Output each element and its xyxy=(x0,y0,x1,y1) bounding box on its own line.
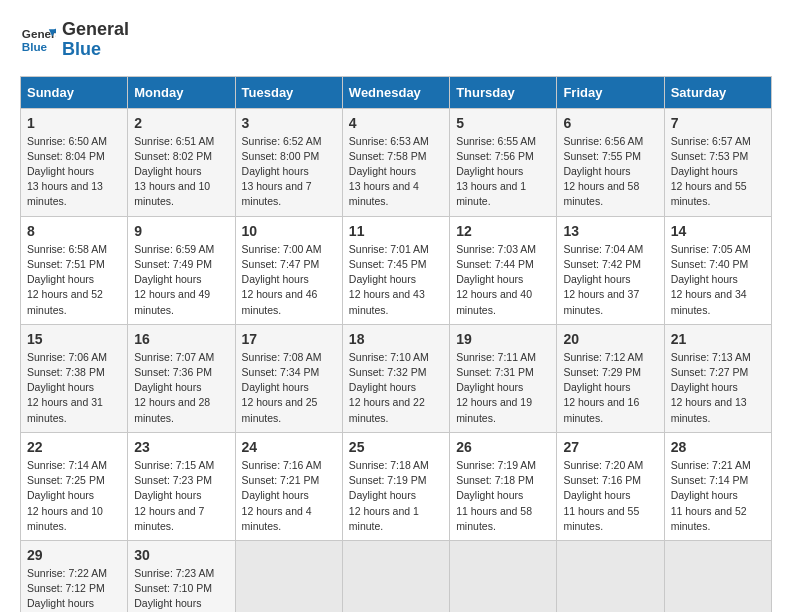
day-number: 12 xyxy=(456,223,550,239)
table-row: 11 Sunrise: 7:01 AM Sunset: 7:45 PM Dayl… xyxy=(342,216,449,324)
table-row xyxy=(557,540,664,612)
day-number: 8 xyxy=(27,223,121,239)
cell-content: Sunrise: 7:07 AM Sunset: 7:36 PM Dayligh… xyxy=(134,350,228,426)
day-number: 10 xyxy=(242,223,336,239)
day-number: 17 xyxy=(242,331,336,347)
cell-content: Sunrise: 7:08 AM Sunset: 7:34 PM Dayligh… xyxy=(242,350,336,426)
cell-content: Sunrise: 7:12 AM Sunset: 7:29 PM Dayligh… xyxy=(563,350,657,426)
day-number: 25 xyxy=(349,439,443,455)
table-row: 30 Sunrise: 7:23 AM Sunset: 7:10 PM Dayl… xyxy=(128,540,235,612)
day-number: 29 xyxy=(27,547,121,563)
day-number: 13 xyxy=(563,223,657,239)
cell-content: Sunrise: 6:58 AM Sunset: 7:51 PM Dayligh… xyxy=(27,242,121,318)
cell-content: Sunrise: 7:13 AM Sunset: 7:27 PM Dayligh… xyxy=(671,350,765,426)
day-number: 11 xyxy=(349,223,443,239)
table-row: 4 Sunrise: 6:53 AM Sunset: 7:58 PM Dayli… xyxy=(342,108,449,216)
table-row: 16 Sunrise: 7:07 AM Sunset: 7:36 PM Dayl… xyxy=(128,324,235,432)
logo: General Blue General Blue xyxy=(20,20,129,60)
table-row: 8 Sunrise: 6:58 AM Sunset: 7:51 PM Dayli… xyxy=(21,216,128,324)
cell-content: Sunrise: 7:21 AM Sunset: 7:14 PM Dayligh… xyxy=(671,458,765,534)
table-row: 5 Sunrise: 6:55 AM Sunset: 7:56 PM Dayli… xyxy=(450,108,557,216)
day-number: 14 xyxy=(671,223,765,239)
col-header-wednesday: Wednesday xyxy=(342,76,449,108)
table-row: 25 Sunrise: 7:18 AM Sunset: 7:19 PM Dayl… xyxy=(342,432,449,540)
day-number: 9 xyxy=(134,223,228,239)
table-row: 12 Sunrise: 7:03 AM Sunset: 7:44 PM Dayl… xyxy=(450,216,557,324)
cell-content: Sunrise: 7:19 AM Sunset: 7:18 PM Dayligh… xyxy=(456,458,550,534)
table-row: 20 Sunrise: 7:12 AM Sunset: 7:29 PM Dayl… xyxy=(557,324,664,432)
cell-content: Sunrise: 7:00 AM Sunset: 7:47 PM Dayligh… xyxy=(242,242,336,318)
table-row: 13 Sunrise: 7:04 AM Sunset: 7:42 PM Dayl… xyxy=(557,216,664,324)
day-number: 16 xyxy=(134,331,228,347)
day-number: 24 xyxy=(242,439,336,455)
col-header-friday: Friday xyxy=(557,76,664,108)
day-number: 23 xyxy=(134,439,228,455)
cell-content: Sunrise: 7:10 AM Sunset: 7:32 PM Dayligh… xyxy=(349,350,443,426)
cell-content: Sunrise: 7:14 AM Sunset: 7:25 PM Dayligh… xyxy=(27,458,121,534)
table-row xyxy=(235,540,342,612)
day-number: 28 xyxy=(671,439,765,455)
table-row xyxy=(450,540,557,612)
logo-text-blue: Blue xyxy=(62,40,129,60)
table-row xyxy=(342,540,449,612)
table-row: 9 Sunrise: 6:59 AM Sunset: 7:49 PM Dayli… xyxy=(128,216,235,324)
cell-content: Sunrise: 7:03 AM Sunset: 7:44 PM Dayligh… xyxy=(456,242,550,318)
table-row: 22 Sunrise: 7:14 AM Sunset: 7:25 PM Dayl… xyxy=(21,432,128,540)
table-row: 1 Sunrise: 6:50 AM Sunset: 8:04 PM Dayli… xyxy=(21,108,128,216)
logo-icon: General Blue xyxy=(20,22,56,58)
cell-content: Sunrise: 6:52 AM Sunset: 8:00 PM Dayligh… xyxy=(242,134,336,210)
table-row: 29 Sunrise: 7:22 AM Sunset: 7:12 PM Dayl… xyxy=(21,540,128,612)
table-row: 18 Sunrise: 7:10 AM Sunset: 7:32 PM Dayl… xyxy=(342,324,449,432)
day-number: 27 xyxy=(563,439,657,455)
table-row: 17 Sunrise: 7:08 AM Sunset: 7:34 PM Dayl… xyxy=(235,324,342,432)
col-header-sunday: Sunday xyxy=(21,76,128,108)
table-row: 19 Sunrise: 7:11 AM Sunset: 7:31 PM Dayl… xyxy=(450,324,557,432)
calendar-table: SundayMondayTuesdayWednesdayThursdayFrid… xyxy=(20,76,772,612)
cell-content: Sunrise: 6:59 AM Sunset: 7:49 PM Dayligh… xyxy=(134,242,228,318)
cell-content: Sunrise: 7:06 AM Sunset: 7:38 PM Dayligh… xyxy=(27,350,121,426)
table-row: 23 Sunrise: 7:15 AM Sunset: 7:23 PM Dayl… xyxy=(128,432,235,540)
col-header-thursday: Thursday xyxy=(450,76,557,108)
cell-content: Sunrise: 7:22 AM Sunset: 7:12 PM Dayligh… xyxy=(27,566,121,612)
day-number: 18 xyxy=(349,331,443,347)
table-row: 15 Sunrise: 7:06 AM Sunset: 7:38 PM Dayl… xyxy=(21,324,128,432)
day-number: 1 xyxy=(27,115,121,131)
day-number: 15 xyxy=(27,331,121,347)
col-header-tuesday: Tuesday xyxy=(235,76,342,108)
cell-content: Sunrise: 7:11 AM Sunset: 7:31 PM Dayligh… xyxy=(456,350,550,426)
table-row xyxy=(664,540,771,612)
cell-content: Sunrise: 7:18 AM Sunset: 7:19 PM Dayligh… xyxy=(349,458,443,534)
cell-content: Sunrise: 6:57 AM Sunset: 7:53 PM Dayligh… xyxy=(671,134,765,210)
day-number: 30 xyxy=(134,547,228,563)
day-number: 22 xyxy=(27,439,121,455)
col-header-monday: Monday xyxy=(128,76,235,108)
table-row: 7 Sunrise: 6:57 AM Sunset: 7:53 PM Dayli… xyxy=(664,108,771,216)
table-row: 14 Sunrise: 7:05 AM Sunset: 7:40 PM Dayl… xyxy=(664,216,771,324)
cell-content: Sunrise: 6:51 AM Sunset: 8:02 PM Dayligh… xyxy=(134,134,228,210)
table-row: 6 Sunrise: 6:56 AM Sunset: 7:55 PM Dayli… xyxy=(557,108,664,216)
day-number: 21 xyxy=(671,331,765,347)
day-number: 7 xyxy=(671,115,765,131)
cell-content: Sunrise: 6:55 AM Sunset: 7:56 PM Dayligh… xyxy=(456,134,550,210)
day-number: 26 xyxy=(456,439,550,455)
table-row: 21 Sunrise: 7:13 AM Sunset: 7:27 PM Dayl… xyxy=(664,324,771,432)
col-header-saturday: Saturday xyxy=(664,76,771,108)
table-row: 27 Sunrise: 7:20 AM Sunset: 7:16 PM Dayl… xyxy=(557,432,664,540)
day-number: 4 xyxy=(349,115,443,131)
logo-text-general: General xyxy=(62,20,129,40)
cell-content: Sunrise: 7:20 AM Sunset: 7:16 PM Dayligh… xyxy=(563,458,657,534)
cell-content: Sunrise: 7:01 AM Sunset: 7:45 PM Dayligh… xyxy=(349,242,443,318)
cell-content: Sunrise: 6:53 AM Sunset: 7:58 PM Dayligh… xyxy=(349,134,443,210)
cell-content: Sunrise: 6:50 AM Sunset: 8:04 PM Dayligh… xyxy=(27,134,121,210)
table-row: 10 Sunrise: 7:00 AM Sunset: 7:47 PM Dayl… xyxy=(235,216,342,324)
table-row: 24 Sunrise: 7:16 AM Sunset: 7:21 PM Dayl… xyxy=(235,432,342,540)
day-number: 2 xyxy=(134,115,228,131)
table-row: 28 Sunrise: 7:21 AM Sunset: 7:14 PM Dayl… xyxy=(664,432,771,540)
cell-content: Sunrise: 7:23 AM Sunset: 7:10 PM Dayligh… xyxy=(134,566,228,612)
day-number: 5 xyxy=(456,115,550,131)
cell-content: Sunrise: 6:56 AM Sunset: 7:55 PM Dayligh… xyxy=(563,134,657,210)
day-number: 20 xyxy=(563,331,657,347)
day-number: 3 xyxy=(242,115,336,131)
table-row: 2 Sunrise: 6:51 AM Sunset: 8:02 PM Dayli… xyxy=(128,108,235,216)
svg-text:General: General xyxy=(22,27,56,40)
